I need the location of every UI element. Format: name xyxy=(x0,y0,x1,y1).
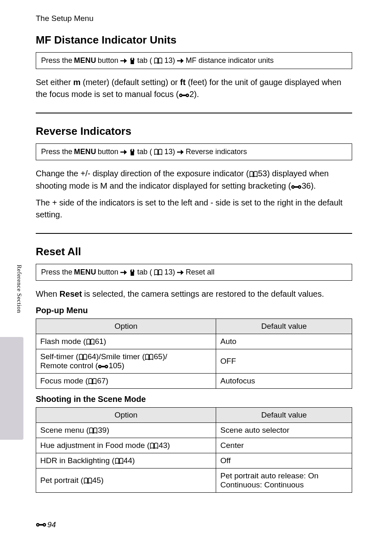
value-cell: Off xyxy=(216,453,352,468)
svg-rect-38 xyxy=(39,524,43,526)
table-header: Option xyxy=(36,408,216,423)
svg-rect-10 xyxy=(131,148,133,151)
nav-text: tab ( xyxy=(137,56,152,65)
option-cell: Pet portrait (45) xyxy=(36,468,216,493)
book-icon xyxy=(150,443,159,449)
table-header: Option xyxy=(36,319,216,334)
svg-point-30 xyxy=(106,366,107,367)
svg-rect-1 xyxy=(131,57,133,60)
option-cell: Self-timer (64)/Smile timer (65)/Remote … xyxy=(36,349,216,374)
nav-text: button xyxy=(98,148,118,156)
nav-text: Press the xyxy=(41,148,72,156)
section-divider xyxy=(36,113,352,113)
nav-final: MF distance indicator units xyxy=(186,56,274,65)
option-cell: Flash mode (61) xyxy=(36,334,216,349)
arrow-right-icon xyxy=(177,149,184,155)
book-icon xyxy=(83,478,92,484)
breadcrumb: Press the MENU button tab (13) Reverse i… xyxy=(36,143,352,160)
nav-final: Reverse indicators xyxy=(186,148,247,156)
table-header: Default value xyxy=(216,319,352,334)
wrench-icon xyxy=(129,269,136,276)
reference-section-icon xyxy=(179,92,189,98)
table-row: Flash mode (61)Auto xyxy=(36,334,352,349)
svg-rect-28 xyxy=(101,366,105,368)
nav-text: button xyxy=(98,268,118,277)
side-tab xyxy=(0,337,23,440)
arrow-right-icon xyxy=(120,270,127,275)
menu-button-label: MENU xyxy=(74,56,96,65)
option-cell: Scene menu (39) xyxy=(36,423,216,438)
book-icon xyxy=(115,458,124,464)
table-row: HDR in Backlighting (44)Off xyxy=(36,453,352,468)
svg-point-18 xyxy=(299,186,300,187)
page-number-value: 94 xyxy=(47,520,56,529)
nav-text: button xyxy=(98,56,118,65)
body-paragraph: The + side of the indicators is set to t… xyxy=(36,197,352,221)
section: Reset AllPress the MENU button tab (13) … xyxy=(36,245,352,493)
nav-text: tab ( xyxy=(137,268,152,277)
sidebar-section-label: Reference Section xyxy=(16,265,23,313)
table-row: Pet portrait (45)Pet portrait auto relea… xyxy=(36,468,352,493)
option-cell: HDR in Backlighting (44) xyxy=(36,453,216,468)
book-icon xyxy=(154,269,163,276)
book-icon xyxy=(86,339,95,345)
option-cell: Hue adjustment in Food mode (43) xyxy=(36,438,216,453)
table-header: Default value xyxy=(216,408,352,423)
wrench-icon xyxy=(129,57,136,65)
nav-text: tab ( xyxy=(137,148,152,156)
settings-table: OptionDefault valueScene menu (39)Scene … xyxy=(36,407,352,493)
value-cell: Center xyxy=(216,438,352,453)
nav-text: Press the xyxy=(41,268,72,277)
nav-text: 13) xyxy=(164,148,175,156)
svg-rect-20 xyxy=(131,269,133,272)
table-subhead: Shooting in the Scene Mode xyxy=(36,395,352,404)
table-subhead: Pop-up Menu xyxy=(36,306,352,315)
value-cell: Scene auto selector xyxy=(216,423,352,438)
book-icon xyxy=(145,354,154,360)
breadcrumb: Press the MENU button tab (13) Reset all xyxy=(36,264,352,281)
book-icon xyxy=(88,378,97,385)
wrench-icon xyxy=(129,148,136,156)
table-row: Focus mode (67)Autofocus xyxy=(36,374,352,389)
table-row: Hue adjustment in Food mode (43)Center xyxy=(36,438,352,453)
reference-section-icon xyxy=(98,364,108,369)
body-paragraph: Set either m (meter) (default setting) o… xyxy=(36,76,352,100)
value-cell: Auto xyxy=(216,334,352,349)
reference-section-icon xyxy=(291,184,302,190)
nav-text: 13) xyxy=(164,268,175,277)
svg-point-40 xyxy=(44,524,45,525)
arrow-right-icon xyxy=(120,149,127,155)
chapter-title: The Setup Menu xyxy=(36,14,93,23)
svg-point-15 xyxy=(293,186,294,187)
nav-text: 13) xyxy=(164,56,175,65)
section-divider xyxy=(36,233,352,234)
body-paragraph: Change the +/- display direction of the … xyxy=(36,168,352,192)
svg-point-8 xyxy=(187,95,188,96)
table-row: Self-timer (64)/Smile timer (65)/Remote … xyxy=(36,349,352,374)
svg-rect-16 xyxy=(295,186,298,188)
nav-text: Press the xyxy=(41,56,72,65)
value-cell: Pet portrait auto release: OnContinuous:… xyxy=(216,468,352,493)
section: MF Distance Indicator UnitsPress the MEN… xyxy=(36,34,352,100)
arrow-right-icon xyxy=(120,58,127,64)
option-cell: Focus mode (67) xyxy=(36,374,216,389)
svg-point-37 xyxy=(37,524,38,525)
settings-table: OptionDefault valueFlash mode (61)AutoSe… xyxy=(36,318,352,389)
arrow-right-icon xyxy=(177,270,184,275)
page-number: 94 xyxy=(36,520,56,529)
body-paragraph: When Reset is selected, the camera setti… xyxy=(36,288,352,300)
section-title: Reset All xyxy=(36,245,352,258)
svg-point-5 xyxy=(180,95,181,96)
table-row: Scene menu (39)Scene auto selector xyxy=(36,423,352,438)
value-cell: Autofocus xyxy=(216,374,352,389)
section-title: Reverse Indicators xyxy=(36,125,352,138)
menu-button-label: MENU xyxy=(74,268,96,277)
svg-rect-6 xyxy=(182,95,186,96)
value-cell: OFF xyxy=(216,349,352,374)
breadcrumb: Press the MENU button tab (13) MF distan… xyxy=(36,52,352,69)
reference-section-icon xyxy=(36,522,46,528)
book-icon xyxy=(78,354,88,360)
book-icon xyxy=(154,149,163,155)
arrow-right-icon xyxy=(177,58,184,64)
menu-button-label: MENU xyxy=(74,148,96,156)
